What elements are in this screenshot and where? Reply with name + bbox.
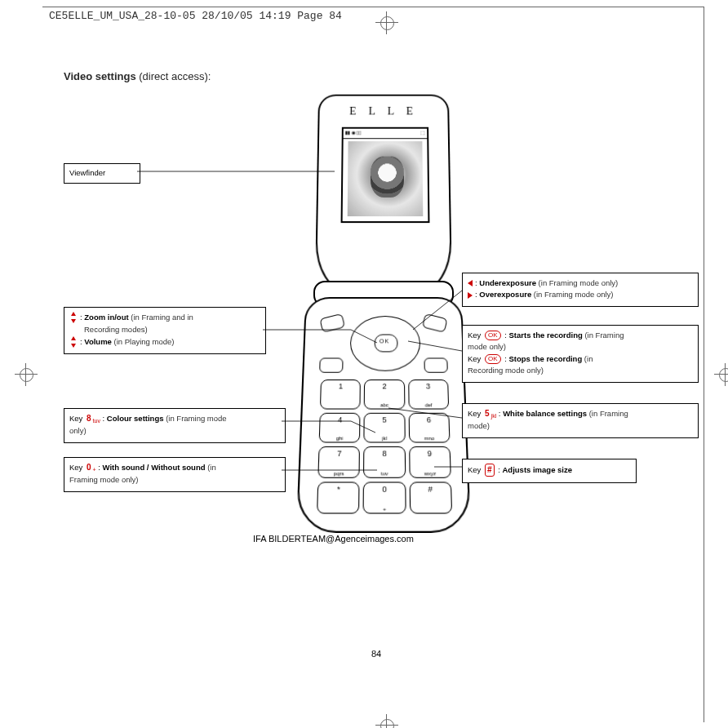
phone-base: OK 1 2abc 3def 4ghi 5jkl 6mno 7pqrs 8tuv… <box>296 297 472 533</box>
viewfinder-label: Viewfinder <box>69 168 105 177</box>
registration-mark-top <box>375 11 398 34</box>
key-1: 1 <box>320 380 361 409</box>
title-bold: Video settings <box>64 70 136 82</box>
key-2: 2abc <box>364 380 405 409</box>
key-star: * <box>317 482 360 514</box>
left-arrow-icon <box>468 280 473 286</box>
section-title: Video settings (direct access): <box>64 70 211 82</box>
dpad: OK <box>350 316 421 371</box>
key-hash: # <box>409 482 452 514</box>
right-arrow-icon <box>468 292 473 299</box>
phone-flip: E L L E ▮▮ ◉ ▯▯⬚ <box>315 95 452 293</box>
phone-brand: E L L E <box>320 105 448 118</box>
callout-exposure: : Underexposure (in Framing mode only) :… <box>462 273 699 307</box>
key-8-icon: 8 <box>87 413 91 424</box>
key-5-icon: 5 <box>485 408 490 419</box>
key-3: 3def <box>408 380 449 409</box>
key-6: 6mno <box>408 412 450 442</box>
registration-mark-right <box>714 363 728 386</box>
hash-key-icon: # <box>485 464 495 477</box>
registration-mark-bottom <box>375 714 398 728</box>
phone-illustration: E L L E ▮▮ ◉ ▯▯⬚ OK 1 2abc 3def 4ghi 5jk… <box>300 91 464 516</box>
softkey-left <box>319 313 345 333</box>
callout-colour: Key 8tuv : Colour settings (in Framing m… <box>64 408 286 443</box>
image-credit: IFA BILDERTEAM@Agenceimages.com <box>253 534 414 544</box>
viewfinder-image <box>348 141 424 216</box>
keypad: 1 2abc 3def 4ghi 5jkl 6mno 7pqrs 8tuv 9w… <box>317 380 452 514</box>
page-number: 84 <box>371 649 381 659</box>
callout-recording: Key OK : Starts the recording (in Framin… <box>462 325 699 383</box>
callout-size: Key # : Adjusts image size <box>462 459 637 483</box>
up-down-icon <box>69 336 78 348</box>
callout-viewfinder: Viewfinder <box>64 163 140 184</box>
ok-icon: OK <box>485 354 501 364</box>
up-down-icon <box>69 312 78 323</box>
phone-screen: ▮▮ ◉ ▯▯⬚ <box>341 127 430 223</box>
key-7: 7pqrs <box>317 446 360 477</box>
softkey-right <box>422 313 448 333</box>
key-0-icon: 0 <box>87 462 91 473</box>
title-rest: (direct access): <box>136 70 211 82</box>
registration-mark-left <box>15 363 38 386</box>
key-8: 8tuv <box>363 446 406 477</box>
key-5: 5jkl <box>364 412 406 442</box>
ok-label: OK <box>380 338 389 344</box>
end-key <box>424 357 447 372</box>
prepress-header: CE5ELLE_UM_USA_28-10-05 28/10/05 14:19 P… <box>49 10 342 22</box>
key-9: 9wxyz <box>409 446 451 477</box>
call-key <box>319 357 343 372</box>
key-0: 0+ <box>363 482 406 514</box>
key-4: 4ghi <box>319 412 361 442</box>
ok-icon: OK <box>485 331 501 340</box>
callout-zoom-volume: : Zoom in/out (in Framing and in Recordi… <box>64 307 266 354</box>
callout-white-balance: Key 5jkl : White balance settings (in Fr… <box>462 403 699 438</box>
callout-sound: Key 0+ : With sound / Without sound (in … <box>64 457 286 492</box>
